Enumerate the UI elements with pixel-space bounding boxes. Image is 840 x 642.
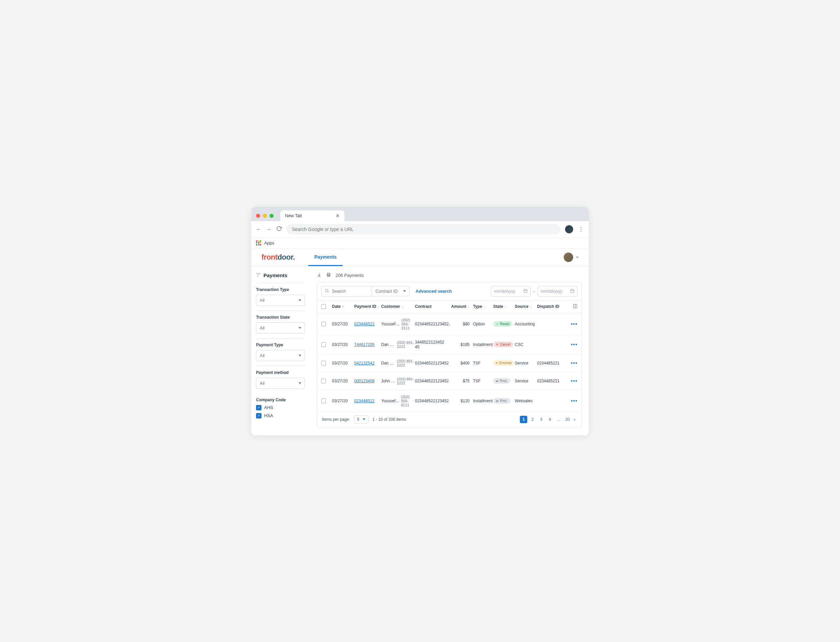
- cell-state: ✓Ready: [493, 321, 515, 327]
- cell-date: 03/27/20: [332, 379, 354, 383]
- address-bar[interactable]: [286, 224, 561, 235]
- print-icon[interactable]: [326, 272, 331, 278]
- date-from-input[interactable]: mm/dd/yyyy: [491, 286, 531, 297]
- table-row: 03/27/20 023448522 Youssef & Yolanda (20…: [317, 390, 582, 412]
- badge-icon: P: [496, 362, 498, 365]
- row-actions-button[interactable]: •••: [571, 398, 578, 404]
- col-header-amount[interactable]: Amount↓: [448, 304, 470, 309]
- checkbox-hsa[interactable]: ✓ HSA: [256, 413, 305, 418]
- filter-transaction-type: Transaction Type All: [256, 283, 305, 306]
- column-layout-icon[interactable]: [573, 304, 578, 310]
- payment-id-link[interactable]: 023448522: [354, 399, 374, 403]
- payment-id-link[interactable]: 023448522: [354, 322, 374, 326]
- pagination: Items per page: 5 1 - 10 of 206 items 1 …: [317, 412, 582, 427]
- browser-window: New Tab ✕ ← → ⋮ Apps frontdoor. Payments: [251, 207, 589, 435]
- payment-id-link[interactable]: 000123456: [354, 379, 374, 383]
- filter-payment-type: Payment Type All: [256, 338, 305, 361]
- cell-customer: Youssef & Yolanda (202) 555-0111: [381, 395, 415, 407]
- row-actions-button[interactable]: •••: [571, 360, 578, 366]
- cell-type: Option: [470, 322, 493, 326]
- maximize-window-button[interactable]: [270, 214, 274, 218]
- checkbox-label: AHS: [264, 405, 273, 410]
- col-header-type[interactable]: Type↓: [470, 304, 493, 309]
- reload-button[interactable]: [276, 226, 282, 233]
- cell-contract: 023448522123452: [415, 379, 448, 383]
- row-checkbox[interactable]: [321, 342, 326, 347]
- status-badge: ✕Cancel: [493, 342, 513, 347]
- col-header-source[interactable]: Source↓: [515, 304, 537, 309]
- back-button[interactable]: ←: [256, 226, 262, 232]
- col-header-customer[interactable]: Customer↓: [381, 304, 415, 309]
- col-header-payment-id[interactable]: Payment ID↓: [354, 304, 381, 309]
- filter-transaction-state: Transaction State All: [256, 311, 305, 334]
- page-button-3[interactable]: 3: [538, 416, 545, 423]
- select-value: All: [260, 353, 265, 358]
- row-checkbox[interactable]: [321, 361, 326, 365]
- page-button-20[interactable]: 20: [564, 416, 571, 423]
- nav-tab-payments[interactable]: Payments: [308, 249, 343, 266]
- search-field-select[interactable]: Contract ID: [372, 286, 409, 297]
- payment-id-link[interactable]: 744617205: [354, 342, 374, 347]
- filter-label: Payment Type: [256, 342, 305, 347]
- page-button-2[interactable]: 2: [529, 416, 536, 423]
- minimize-window-button[interactable]: [263, 214, 267, 218]
- select-all-checkbox[interactable]: [321, 304, 326, 309]
- cell-date: 03/27/20: [332, 399, 354, 403]
- chevron-down-icon: [403, 290, 406, 292]
- apps-label[interactable]: Apps: [264, 240, 274, 245]
- search-input[interactable]: [332, 289, 369, 294]
- browser-menu-icon[interactable]: ⋮: [578, 225, 584, 233]
- row-actions-button[interactable]: •••: [571, 378, 578, 384]
- user-avatar: [564, 253, 573, 262]
- date-to-input[interactable]: mm/dd/yyyy: [538, 286, 578, 297]
- payment-type-select[interactable]: All: [256, 350, 305, 361]
- user-menu[interactable]: [564, 253, 578, 262]
- browser-tab[interactable]: New Tab ✕: [280, 211, 344, 221]
- col-header-date[interactable]: Date↑: [332, 304, 354, 309]
- filter-label: Company Code: [256, 397, 305, 402]
- row-checkbox[interactable]: [321, 399, 326, 403]
- filter-label: Payment method: [256, 370, 305, 375]
- badge-icon: ⇄: [496, 379, 499, 383]
- chevron-down-icon: [363, 418, 366, 420]
- table-header: Date↑ Payment ID↓ Customer↓ Contract Amo…: [317, 300, 582, 313]
- row-checkbox[interactable]: [321, 322, 326, 326]
- transaction-type-select[interactable]: All: [256, 295, 305, 306]
- cell-amount: $75: [448, 379, 470, 383]
- forward-button[interactable]: →: [266, 226, 271, 232]
- download-icon[interactable]: [317, 272, 322, 278]
- col-header-contract[interactable]: Contract: [415, 304, 448, 309]
- close-tab-icon[interactable]: ✕: [336, 213, 340, 219]
- payment-method-select[interactable]: All: [256, 378, 305, 389]
- row-actions-button[interactable]: •••: [571, 342, 578, 347]
- col-header-state[interactable]: State↓: [493, 304, 515, 309]
- page-button-1[interactable]: 1: [520, 416, 527, 423]
- status-badge: ⇄Proc.: [493, 398, 510, 404]
- select-value: Contract ID: [375, 289, 398, 294]
- checkbox-ahs[interactable]: ✓ AHS: [256, 405, 305, 410]
- cell-type: Installment: [470, 342, 493, 347]
- svg-rect-12: [571, 289, 574, 292]
- sort-icon: ↓: [530, 305, 532, 308]
- payment-id-link[interactable]: 542132542: [354, 361, 374, 365]
- close-window-button[interactable]: [256, 214, 260, 218]
- col-header-dispatch[interactable]: Dispatch ID: [537, 304, 564, 309]
- cell-amount: $80: [448, 322, 470, 326]
- per-page-select[interactable]: 5: [354, 415, 369, 423]
- next-page-button[interactable]: ›: [572, 417, 577, 422]
- cell-state: PErrormd: [493, 360, 515, 366]
- row-actions-button[interactable]: •••: [571, 321, 578, 327]
- filter-label: Transaction Type: [256, 287, 305, 292]
- apps-icon[interactable]: [256, 240, 262, 246]
- page-button-4[interactable]: 4: [546, 416, 554, 423]
- transaction-state-select[interactable]: All: [256, 323, 305, 334]
- row-checkbox[interactable]: [321, 379, 326, 383]
- checkbox-icon: ✓: [256, 405, 262, 410]
- page-button-...[interactable]: ...: [555, 416, 562, 423]
- table-row: 03/27/20 542132542 Dan Brown (202) 891-2…: [317, 354, 582, 372]
- logo[interactable]: frontdoor.: [262, 253, 295, 262]
- app-body: Payments Transaction Type All Transactio…: [251, 266, 589, 435]
- advanced-search-link[interactable]: Advanced search: [416, 289, 452, 294]
- chrome-profile-avatar[interactable]: [565, 225, 573, 233]
- cell-type: TSF: [470, 379, 493, 383]
